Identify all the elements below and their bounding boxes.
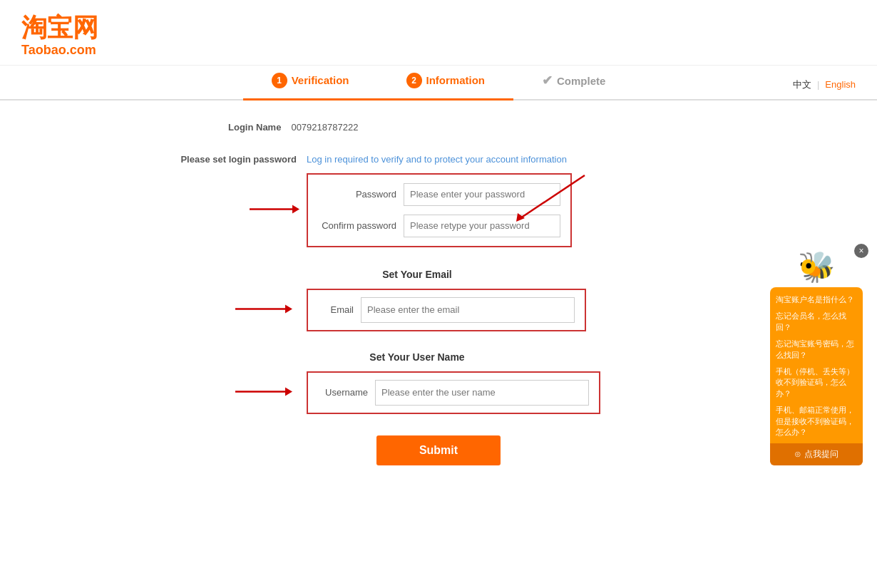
login-name-value: 0079218787222 [291, 122, 358, 133]
submit-button[interactable]: Submit [376, 435, 501, 465]
step-num-2: 2 [406, 73, 422, 88]
widget-link-4[interactable]: 手机（停机、丢失等）收不到验证码，怎么办？ [776, 366, 857, 399]
password-section-label: Please set login password [171, 154, 307, 165]
username-label: Username [318, 387, 375, 398]
email-section: Set Your Email Email [114, 269, 763, 331]
step-information[interactable]: 2 Information [378, 66, 514, 100]
email-fields-group: Email [307, 289, 586, 331]
svg-marker-1 [292, 205, 299, 213]
username-fields-wrapper: Username [307, 371, 763, 414]
password-arrow [250, 202, 299, 218]
password-fields-wrapper: Password Confirm password [307, 173, 763, 247]
widget-link-5[interactable]: 手机、邮箱正常使用，但是接收不到验证码，怎么办？ [776, 405, 857, 438]
step-num-1: 1 [272, 73, 287, 88]
confirm-password-label: Confirm password [318, 220, 404, 231]
widget-link-3[interactable]: 忘记淘宝账号密码，怎么找回？ [776, 339, 857, 361]
check-icon: ✔ [542, 73, 553, 88]
step-label-verification: Verification [292, 74, 349, 86]
password-row: Password [318, 183, 560, 206]
username-arrow [235, 384, 292, 401]
password-input[interactable] [404, 183, 560, 206]
main-content: Login Name 0079218787222 Please set logi… [100, 100, 777, 508]
widget-close-button[interactable]: × [854, 244, 868, 258]
sidebar-widget-wrapper: × 🐝 淘宝账户名是指什么？ 忘记会员名，怎么找回？ 忘记淘宝账号密码，怎么找回… [770, 249, 863, 465]
widget-link-1[interactable]: 淘宝账户名是指什么？ [776, 294, 857, 305]
logo-chinese: 淘宝网 [21, 14, 856, 43]
widget-container: × 🐝 淘宝账户名是指什么？ 忘记会员名，怎么找回？ 忘记淘宝账号密码，怎么找回… [770, 249, 863, 465]
email-title-row: Set Your Email [71, 269, 763, 280]
username-fields-group: Username [307, 371, 600, 414]
step-label-complete: Complete [557, 75, 605, 87]
email-arrow [235, 301, 292, 318]
email-section-title: Set Your Email [382, 269, 452, 280]
lang-english[interactable]: English [825, 79, 856, 90]
username-title-row: Set Your User Name [71, 351, 763, 363]
language-switcher: 中文 | English [793, 78, 856, 91]
username-input[interactable] [375, 380, 589, 406]
email-fields-wrapper: Email [307, 289, 763, 331]
widget-link-2[interactable]: 忘记会员名，怎么找回？ [776, 311, 857, 333]
password-section: Please set login password Log in require… [114, 154, 763, 247]
password-fields-group: Password Confirm password [307, 173, 572, 247]
widget-footer-button[interactable]: ⊙ 点我提问 [770, 443, 863, 465]
login-name-label: Login Name [228, 122, 281, 133]
password-label: Password [318, 189, 404, 200]
confirm-password-row: Confirm password [318, 215, 560, 237]
svg-marker-3 [285, 304, 292, 313]
step-label-information: Information [426, 74, 486, 86]
mascot-icon: 🐝 [770, 249, 863, 284]
email-label: Email [318, 304, 361, 315]
login-name-row: Login Name 0079218787222 [228, 122, 763, 133]
step-verification[interactable]: 1 Verification [243, 66, 378, 100]
submit-row: Submit [114, 435, 763, 465]
svg-marker-5 [285, 387, 292, 396]
username-section-title: Set Your User Name [369, 351, 464, 363]
step-complete[interactable]: ✔ Complete [513, 66, 634, 99]
password-section-hint: Log in required to verify and to protect… [307, 154, 567, 165]
lang-chinese[interactable]: 中文 [793, 78, 811, 91]
steps-bar: 1 Verification 2 Information ✔ Complete … [0, 66, 877, 100]
logo-english: Taobao.com [21, 43, 856, 58]
lang-divider: | [817, 79, 819, 90]
email-input[interactable] [361, 297, 575, 323]
password-section-hint-row: Please set login password Log in require… [171, 154, 763, 165]
widget-body: 淘宝账户名是指什么？ 忘记会员名，怎么找回？ 忘记淘宝账号密码，怎么找回？ 手机… [770, 287, 863, 465]
confirm-password-input[interactable] [404, 215, 560, 237]
header: 淘宝网 Taobao.com [0, 0, 877, 66]
username-section: Set Your User Name Username [114, 351, 763, 414]
